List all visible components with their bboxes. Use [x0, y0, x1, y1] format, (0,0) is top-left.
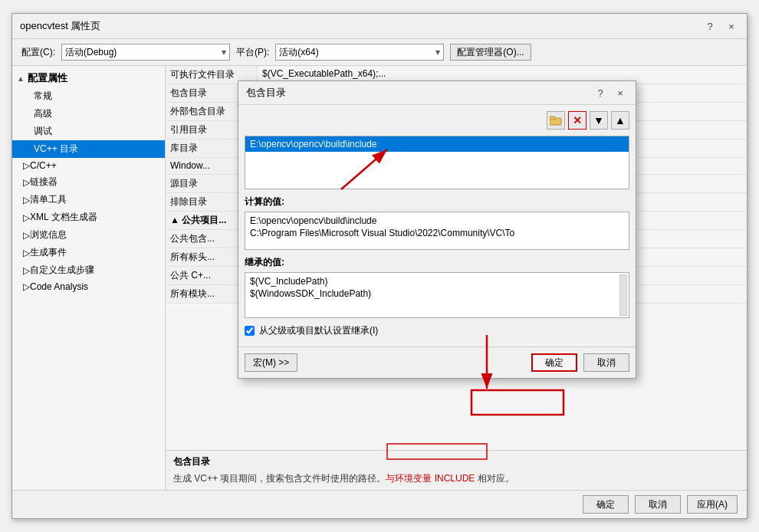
scrollbar[interactable] — [619, 274, 627, 316]
config-label: 配置(C): — [21, 46, 55, 59]
platform-dropdown[interactable]: 活动(x64) ▾ — [275, 44, 444, 61]
move-up-icon-button[interactable]: ▲ — [611, 111, 629, 130]
tree-group-manifest-arrow: ▷ — [23, 195, 30, 205]
tree-group-code-analysis-arrow: ▷ — [23, 281, 30, 292]
tree-group-browse[interactable]: ▷ 浏览信息 — [12, 226, 165, 244]
tree-item-vc-dirs[interactable]: VC++ 目录 — [12, 140, 165, 158]
dialog-bottom: 宏(M) >> 确定 取消 — [238, 346, 636, 378]
tree-group-xml-arrow: ▷ — [23, 212, 30, 223]
tree-group-browse-arrow: ▷ — [23, 230, 30, 241]
tree-item-general[interactable]: 常规 — [12, 87, 165, 105]
tree-item-advanced[interactable]: 高级 — [12, 105, 165, 123]
tree-item-debug[interactable]: 调试 — [12, 123, 165, 140]
inherit-checkbox-label: 从父级或项目默认设置继承(I) — [259, 324, 378, 337]
dialog-title: 包含目录 — [246, 86, 286, 100]
dialog-help-button[interactable]: ? — [593, 85, 608, 100]
tree-group-linker[interactable]: ▷ 链接器 — [12, 173, 165, 191]
computed-label: 计算的值: — [245, 195, 629, 209]
window-title: opencvtest 属性页 — [20, 19, 101, 33]
dialog-title-bar: 包含目录 ? × — [238, 81, 636, 105]
computed-line-2: C:\Program Files\Microsoft Visual Studio… — [250, 228, 624, 238]
inherit-checkbox[interactable] — [245, 326, 255, 336]
ok-button[interactable]: 确定 — [583, 495, 629, 514]
apply-button[interactable]: 应用(A) — [687, 495, 738, 514]
platform-label: 平台(P): — [236, 46, 269, 59]
path-list: E:\opencv\opencv\build\include — [245, 136, 629, 189]
tree-section-header[interactable]: ▲ 配置属性 — [12, 69, 165, 87]
bottom-desc-title: 包含目录 — [173, 455, 739, 468]
config-dropdown[interactable]: 活动(Debug) ▾ — [61, 44, 230, 61]
bottom-desc-text: 生成 VC++ 项目期间，搜索包含文件时使用的路径。与环境变量 INCLUDE … — [173, 471, 739, 485]
tree-section-arrow: ▲ — [17, 74, 25, 83]
bottom-buttons: 确定 取消 应用(A) — [12, 490, 747, 518]
dialog-content: ✕ ▼ ▲ E:\opencv\opencv\build\include 计算的… — [238, 105, 636, 343]
inherit-checkbox-row: 从父级或项目默认设置继承(I) — [245, 324, 629, 337]
tree-group-code-analysis[interactable]: ▷ Code Analysis — [12, 279, 165, 294]
include-dirs-dialog: 包含目录 ? × ✕ ▼ ▲ E:\opencv\o — [238, 80, 636, 379]
tree-group-custom-build-arrow: ▷ — [23, 265, 30, 276]
tree-group-cpp[interactable]: ▷ C/C++ — [12, 158, 165, 173]
dialog-close-button[interactable]: × — [613, 85, 628, 100]
tree-group-custom-build[interactable]: ▷ 自定义生成步骤 — [12, 261, 165, 279]
bottom-description: 包含目录 生成 VC++ 项目期间，搜索包含文件时使用的路径。与环境变量 INC… — [166, 450, 747, 490]
tree-group-build-events-arrow: ▷ — [23, 248, 30, 258]
config-manager-button[interactable]: 配置管理器(O)... — [450, 44, 531, 61]
help-button[interactable]: ? — [702, 18, 718, 34]
computed-line-1: E:\opencv\opencv\build\include — [250, 215, 624, 226]
move-down-icon-button[interactable]: ▼ — [590, 111, 608, 130]
delete-icon-button[interactable]: ✕ — [568, 111, 586, 130]
svg-rect-1 — [550, 117, 555, 120]
macro-button[interactable]: 宏(M) >> — [245, 353, 297, 372]
tree-group-manifest[interactable]: ▷ 清单工具 — [12, 191, 165, 209]
tree-group-xml[interactable]: ▷ XML 文档生成器 — [12, 209, 165, 226]
title-bar: opencvtest 属性页 ? × — [12, 14, 747, 39]
tree-group-linker-arrow: ▷ — [23, 177, 30, 188]
tree-section-label: 配置属性 — [28, 71, 67, 85]
inherited-box: $(VC_IncludePath) $(WindowsSDK_IncludePa… — [245, 272, 629, 318]
dialog-ok-button[interactable]: 确定 — [531, 353, 577, 372]
left-tree-panel: ▲ 配置属性 常规 高级 调试 VC++ 目录 ▷ C/C++ ▷ 链接器 ▷ … — [12, 66, 166, 490]
inherited-line-2: $(WindowsSDK_IncludePath) — [250, 288, 624, 299]
config-bar: 配置(C): 活动(Debug) ▾ 平台(P): 活动(x64) ▾ 配置管理… — [12, 39, 747, 66]
path-item-empty[interactable] — [245, 152, 629, 156]
dialog-toolbar: ✕ ▼ ▲ — [245, 111, 629, 130]
inherited-label: 继承的值: — [245, 256, 629, 269]
path-item-opencv[interactable]: E:\opencv\opencv\build\include — [245, 136, 629, 152]
inherited-line-1: $(VC_IncludePath) — [250, 276, 624, 287]
folder-icon-button[interactable] — [547, 111, 565, 130]
dialog-cancel-button[interactable]: 取消 — [583, 353, 629, 372]
platform-dropdown-arrow: ▾ — [435, 47, 440, 57]
cancel-button[interactable]: 取消 — [635, 495, 681, 514]
config-dropdown-arrow: ▾ — [222, 47, 226, 57]
dialog-action-buttons: 确定 取消 — [531, 353, 629, 372]
tree-group-build-events[interactable]: ▷ 生成事件 — [12, 244, 165, 261]
tree-group-cpp-arrow: ▷ — [23, 160, 30, 171]
close-button[interactable]: × — [724, 18, 739, 34]
computed-values: E:\opencv\opencv\build\include C:\Progra… — [245, 212, 629, 250]
